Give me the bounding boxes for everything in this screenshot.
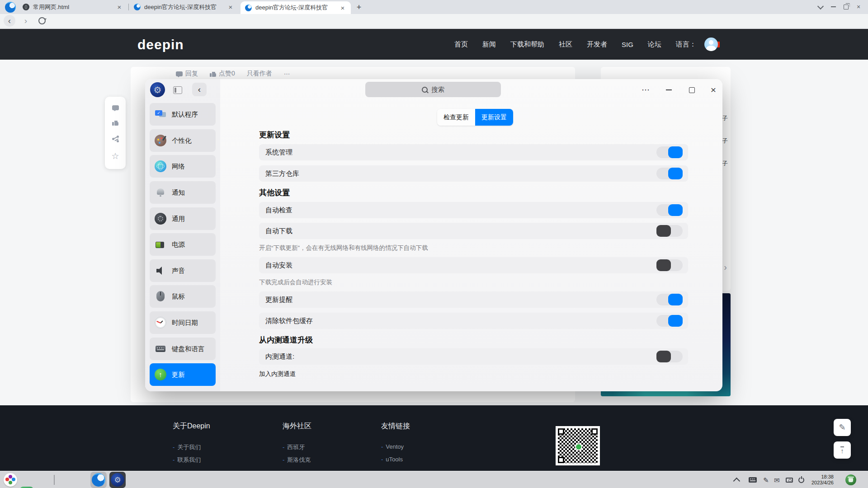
search-icon bbox=[422, 87, 428, 93]
window-maximize-icon[interactable] bbox=[686, 84, 697, 95]
comment-icon[interactable] bbox=[112, 105, 119, 110]
reload-icon[interactable] bbox=[36, 15, 48, 27]
browser-tab-1[interactable]: 常用网页.html × bbox=[18, 0, 127, 14]
window-close-icon[interactable]: × bbox=[708, 84, 719, 95]
back-button[interactable]: ‹ bbox=[192, 83, 207, 96]
tab-title: deepin官方论坛-深度科技官 bbox=[255, 4, 335, 12]
share-icon[interactable] bbox=[112, 136, 119, 142]
nav-item-home[interactable]: 首页 bbox=[454, 40, 468, 49]
browser-tab-2[interactable]: deepin官方论坛-深度科技官 × bbox=[129, 0, 239, 14]
sidebar-item-mouse[interactable]: 鼠标 bbox=[150, 285, 216, 308]
sidebar-toggle-icon[interactable] bbox=[173, 86, 182, 94]
toggle-update-notify[interactable] bbox=[656, 294, 683, 305]
tray-trash[interactable] bbox=[845, 471, 856, 488]
tab-update-settings[interactable]: 更新设置 bbox=[475, 109, 513, 126]
tab-close-icon[interactable]: × bbox=[227, 3, 234, 11]
auto-install-description: 下载完成后会自动进行安装 bbox=[259, 278, 332, 286]
bell-icon bbox=[155, 187, 166, 198]
chevron-right-icon[interactable]: › bbox=[724, 262, 727, 272]
personalization-icon bbox=[155, 135, 166, 146]
setting-row-auto-check: 自动检查 bbox=[259, 202, 688, 218]
control-center-dock-icon[interactable]: ⚙ bbox=[111, 473, 124, 487]
footer-link[interactable]: -斯洛伐克 bbox=[283, 456, 311, 464]
search-placeholder: 搜索 bbox=[431, 85, 444, 94]
toggle-third-party-repo[interactable] bbox=[656, 168, 683, 179]
taskbar: ⚙ ✎ ✉ 18:382023/4/26 bbox=[0, 471, 868, 488]
deepin-favicon-icon bbox=[245, 5, 252, 11]
nav-item-community[interactable]: 社区 bbox=[559, 40, 572, 49]
browser-logo-icon[interactable] bbox=[5, 2, 16, 13]
window-dropdown-icon[interactable] bbox=[815, 2, 826, 12]
mouse-icon bbox=[155, 291, 166, 302]
forward-icon[interactable]: › bbox=[20, 15, 32, 27]
nav-item-download[interactable]: 下载和帮助 bbox=[510, 40, 544, 49]
tray-power[interactable] bbox=[798, 471, 804, 488]
tray-expand[interactable] bbox=[735, 471, 740, 488]
footer-link[interactable]: -关于我们 bbox=[173, 443, 201, 451]
window-close-icon[interactable]: × bbox=[853, 2, 864, 12]
site-nav-items: 首页 新闻 下载和帮助 社区 开发者 SIG 论坛 语言： bbox=[454, 29, 720, 60]
nav-item-developer[interactable]: 开发者 bbox=[587, 40, 607, 49]
sidebar-item-datetime[interactable]: 时间日期 bbox=[150, 311, 216, 334]
footer-link[interactable]: -联系我们 bbox=[173, 456, 201, 464]
page-favicon-icon bbox=[23, 4, 29, 10]
nav-item-sig[interactable]: SIG bbox=[622, 41, 633, 48]
rail-text-fragment: 子 bbox=[722, 137, 728, 145]
tray-mail-icon[interactable]: ✉ bbox=[774, 471, 780, 488]
nav-item-news[interactable]: 新闻 bbox=[482, 40, 496, 49]
toggle-system-admin[interactable] bbox=[656, 146, 683, 158]
nav-language-label[interactable]: 语言： bbox=[676, 40, 696, 49]
window-more-icon[interactable]: ⋯ bbox=[640, 84, 651, 95]
browser-tab-3-active[interactable]: deepin官方论坛-深度科技官 × bbox=[241, 1, 351, 14]
page-footer: 关于Deepin -关于我们 -联系我们 海外社区 -西班牙 -斯洛伐克 友情链… bbox=[0, 405, 868, 471]
more-actions-button[interactable]: ⋯ bbox=[284, 70, 290, 77]
author-only-button[interactable]: 只看作者 bbox=[247, 70, 272, 78]
nav-item-forum[interactable]: 论坛 bbox=[648, 40, 661, 49]
tray-pen-icon[interactable]: ✎ bbox=[763, 471, 769, 488]
favorite-star-icon[interactable]: ☆ bbox=[111, 152, 119, 160]
update-tabs: 检查更新 更新设置 bbox=[437, 109, 513, 126]
tab-close-icon[interactable]: × bbox=[116, 3, 123, 11]
toggle-auto-download[interactable] bbox=[656, 225, 683, 237]
footer-link[interactable]: -西班牙 bbox=[283, 443, 305, 451]
edit-post-button[interactable]: ✎ bbox=[834, 419, 851, 436]
tray-input-method[interactable] bbox=[749, 471, 757, 488]
sidebar-item-general[interactable]: 通用 bbox=[150, 207, 216, 230]
browser-app-icon[interactable] bbox=[92, 473, 105, 487]
new-tab-button[interactable]: + bbox=[354, 2, 364, 13]
scroll-to-top-button[interactable]: ↑ bbox=[834, 441, 851, 459]
thumbs-up-icon[interactable] bbox=[112, 120, 118, 126]
tab-close-icon[interactable]: × bbox=[339, 4, 346, 12]
back-icon[interactable]: ‹ bbox=[4, 15, 15, 27]
sidebar-item-personalization[interactable]: 个性化 bbox=[150, 129, 216, 152]
toggle-auto-install[interactable] bbox=[656, 259, 683, 271]
window-minimize-icon[interactable] bbox=[663, 84, 674, 95]
sidebar-item-default-programs[interactable]: 默认程序 bbox=[150, 103, 216, 126]
window-restore-icon[interactable] bbox=[840, 2, 852, 12]
sidebar-item-notifications[interactable]: 通知 bbox=[150, 181, 216, 204]
sidebar-item-sound[interactable]: 声音 bbox=[150, 259, 216, 282]
user-avatar[interactable] bbox=[704, 38, 718, 51]
sidebar-item-power[interactable]: 电源 bbox=[150, 233, 216, 256]
like-button[interactable]: 点赞0 bbox=[210, 70, 235, 78]
tray-clock[interactable]: 18:382023/4/26 bbox=[811, 471, 834, 488]
toggle-auto-check[interactable] bbox=[656, 204, 683, 216]
window-minimize-icon[interactable] bbox=[827, 2, 839, 12]
tray-screenshot[interactable] bbox=[786, 471, 793, 488]
join-beta-channel-text[interactable]: 加入内测通道 bbox=[259, 370, 296, 378]
sidebar-item-keyboard[interactable]: 键盘和语言 bbox=[150, 338, 216, 360]
tab-title: 常用网页.html bbox=[33, 3, 112, 11]
section-title: 其他设置 bbox=[259, 188, 290, 198]
sidebar-item-updates[interactable]: 更新 bbox=[150, 363, 216, 386]
sidebar-item-network[interactable]: 网络 bbox=[150, 155, 216, 178]
reply-button[interactable]: 回复 bbox=[176, 70, 198, 78]
site-logo[interactable]: deepin bbox=[137, 37, 184, 52]
control-center-app-icon: ⚙ bbox=[150, 82, 165, 97]
search-input[interactable]: 搜索 bbox=[365, 82, 501, 97]
toggle-clear-cache[interactable] bbox=[656, 315, 683, 327]
footer-link[interactable]: -Ventoy bbox=[381, 443, 404, 450]
launcher-icon[interactable] bbox=[4, 473, 17, 487]
tab-check-updates[interactable]: 检查更新 bbox=[437, 109, 475, 126]
toggle-beta-channel[interactable] bbox=[656, 351, 683, 362]
footer-link[interactable]: -uTools bbox=[381, 456, 403, 463]
